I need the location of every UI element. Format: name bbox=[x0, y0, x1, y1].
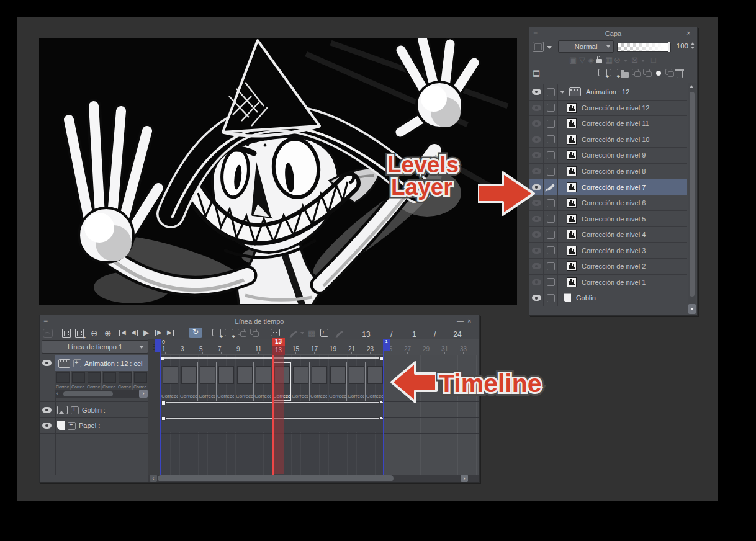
add-timeline-icon[interactable]: + bbox=[75, 329, 84, 338]
timeline-cel[interactable]: Correcc bbox=[366, 362, 384, 401]
onion-caret-icon[interactable] bbox=[300, 332, 304, 334]
playback-start-marker[interactable] bbox=[155, 339, 161, 352]
new-layer-settings-icon[interactable] bbox=[610, 69, 618, 76]
checkbox-cell[interactable] bbox=[544, 227, 558, 243]
cel-thumbnail-strip[interactable]: CorrecCorrecCorrecCorrecCorrecCorrec bbox=[55, 371, 148, 390]
opacity-slider[interactable] bbox=[617, 43, 671, 52]
timeline-selector[interactable]: Línea de tiempo 1 bbox=[42, 340, 148, 354]
checkbox-cell[interactable] bbox=[544, 164, 558, 179]
timeline-cel[interactable]: Correcc bbox=[291, 362, 310, 401]
cel-thumbnail[interactable]: Correc bbox=[102, 371, 117, 390]
cel-thumbnail[interactable]: Correc bbox=[71, 371, 86, 390]
visibility-toggle[interactable] bbox=[529, 148, 544, 163]
layer-list-scrollbar[interactable] bbox=[688, 83, 696, 315]
onion-skin-toggle-icon[interactable] bbox=[320, 329, 328, 337]
ruler-icon[interactable]: ⊠ bbox=[631, 56, 638, 65]
visibility-toggle[interactable] bbox=[529, 195, 544, 211]
opacity-slider-handle[interactable] bbox=[668, 42, 670, 52]
expand-track-button[interactable] bbox=[68, 422, 76, 430]
visibility-toggle[interactable] bbox=[529, 84, 544, 100]
scroll-left-icon[interactable]: ‹ bbox=[56, 390, 58, 396]
track-visibility-icon[interactable] bbox=[42, 360, 52, 366]
scroll-left-icon[interactable]: ‹ bbox=[150, 475, 157, 482]
cel-thumbnail[interactable]: Correc bbox=[117, 371, 133, 390]
timeline-cel[interactable]: Correcc bbox=[328, 362, 347, 401]
folder-expand-icon[interactable] bbox=[560, 91, 565, 94]
draft-icon[interactable]: ⊘ bbox=[614, 56, 621, 65]
visibility-toggle[interactable] bbox=[529, 243, 544, 258]
blend-mode-select[interactable]: Normal bbox=[558, 40, 614, 53]
scrollbar-thumb[interactable] bbox=[158, 475, 394, 481]
new-animation-cel-alt-icon[interactable] bbox=[225, 329, 233, 336]
mask-icon[interactable]: ▽ bbox=[579, 56, 585, 65]
specify-cels-icon[interactable] bbox=[271, 329, 280, 336]
scrollbar-thumb[interactable] bbox=[690, 92, 695, 297]
next-frame-button[interactable]: ▶ bbox=[155, 329, 162, 336]
checkbox-cell[interactable] bbox=[544, 116, 558, 132]
checkbox-cell[interactable] bbox=[544, 195, 558, 211]
transfer-down-icon[interactable] bbox=[632, 69, 639, 75]
playhead-frame-label[interactable]: 13 bbox=[272, 338, 285, 346]
timeline-cel[interactable]: Correcc bbox=[235, 362, 254, 401]
checkbox-cell[interactable] bbox=[544, 132, 558, 148]
expand-track-button[interactable] bbox=[71, 406, 79, 414]
visibility-toggle[interactable] bbox=[529, 259, 544, 274]
merge-down-icon[interactable] bbox=[643, 69, 650, 75]
visibility-toggle[interactable] bbox=[529, 132, 544, 148]
canvas[interactable] bbox=[39, 38, 517, 305]
checkbox-cell[interactable] bbox=[544, 290, 558, 306]
visibility-toggle[interactable] bbox=[529, 275, 544, 290]
pin-icon[interactable]: ◈ bbox=[588, 56, 594, 65]
timeline-cel[interactable]: Correcc bbox=[161, 362, 179, 401]
layer-row[interactable]: Corrección de nivel 6 bbox=[529, 195, 687, 212]
visibility-toggle[interactable] bbox=[529, 116, 544, 132]
frame-ruler[interactable]: 0 1357911131517192123 2527293133 bbox=[161, 339, 479, 355]
draft-caret-icon[interactable] bbox=[624, 60, 628, 62]
new-raster-layer-icon[interactable] bbox=[598, 69, 607, 76]
timeline-cel[interactable]: Correcc bbox=[179, 362, 198, 401]
thumbnail-scrollbar[interactable]: ‹ › bbox=[55, 390, 148, 398]
new-folder-icon[interactable] bbox=[621, 72, 629, 78]
scroll-down-icon[interactable] bbox=[688, 304, 696, 314]
layer-row[interactable]: Corrección de nivel 10 bbox=[529, 132, 687, 148]
keyframe-handle[interactable] bbox=[161, 356, 164, 360]
layer-row[interactable]: Corrección de nivel 7 bbox=[529, 179, 687, 195]
layer-row[interactable]: Corrección de nivel 12 bbox=[529, 101, 687, 117]
cel-link-icon[interactable] bbox=[238, 329, 245, 335]
close-button[interactable]: × bbox=[467, 317, 471, 324]
previous-frame-button[interactable]: ◀ bbox=[131, 329, 138, 336]
new-timeline-icon[interactable] bbox=[62, 329, 71, 338]
playback-end-marker[interactable]: 1 bbox=[383, 339, 390, 351]
cel-specification-icon[interactable] bbox=[43, 329, 53, 338]
cel-unlink-icon[interactable] bbox=[250, 329, 257, 335]
go-to-start-button[interactable]: ◀ bbox=[119, 329, 126, 336]
ruler-caret-icon[interactable] bbox=[641, 60, 645, 62]
checkbox-cell[interactable] bbox=[544, 148, 558, 163]
track-visibility-icon[interactable] bbox=[42, 407, 52, 413]
keyframe-handle[interactable] bbox=[161, 416, 166, 421]
goblin-clip-band[interactable] bbox=[161, 402, 383, 417]
track-header-goblin[interactable]: Goblin : bbox=[55, 403, 148, 418]
layer-properties-icon[interactable]: ▤ bbox=[533, 69, 540, 78]
cel-thumbnail[interactable]: Correc bbox=[55, 371, 71, 390]
layer-row[interactable]: Corrección de nivel 8 bbox=[529, 164, 687, 180]
clip-to-layer-icon[interactable]: ▣ bbox=[569, 56, 577, 65]
minimize-button[interactable]: — bbox=[457, 317, 464, 324]
timeline-cel[interactable]: Correcc bbox=[254, 362, 272, 401]
layer-row-animation-folder[interactable]: Animation : 12 bbox=[529, 84, 687, 101]
visibility-toggle[interactable] bbox=[529, 164, 544, 179]
lock-icon[interactable] bbox=[596, 59, 602, 63]
loop-playback-button[interactable]: ↻ bbox=[189, 328, 202, 338]
cel-thumbnail[interactable]: Correc bbox=[133, 371, 148, 390]
layer-row[interactable]: Corrección de nivel 9 bbox=[529, 148, 687, 164]
scrollbar-thumb[interactable] bbox=[63, 391, 113, 396]
checkbox-cell[interactable] bbox=[544, 243, 558, 258]
visibility-toggle[interactable] bbox=[529, 101, 544, 116]
keyframe-handle[interactable] bbox=[161, 401, 166, 405]
scroll-right-icon[interactable]: › bbox=[139, 390, 148, 398]
timeline-cel[interactable]: Correcc bbox=[347, 362, 366, 401]
timeline-cel[interactable]: Correcc bbox=[217, 362, 235, 401]
cel-thumbnail[interactable]: Correc bbox=[86, 371, 102, 390]
timeline-frames-area[interactable]: CorreccCorreccCorreccCorreccCorreccCorre… bbox=[161, 355, 479, 475]
timeline-horizontal-scrollbar[interactable]: ‹ › bbox=[148, 475, 479, 482]
